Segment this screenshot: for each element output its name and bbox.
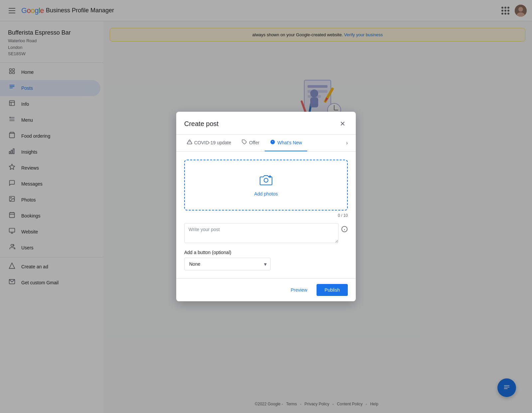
- svg-point-53: [264, 178, 268, 182]
- modal-header: Create post ✕: [176, 112, 356, 135]
- button-dropdown-wrap: None Book Order online Buy Learn more Si…: [184, 258, 271, 270]
- whats-new-tab-icon: [270, 139, 275, 146]
- tab-label-whats-new: What's New: [277, 140, 302, 145]
- modal-close-button[interactable]: ✕: [337, 118, 348, 129]
- tabs-chevron[interactable]: ›: [343, 135, 350, 151]
- tab-label-offer: Offer: [249, 140, 259, 145]
- covid-tab-icon: [187, 139, 192, 146]
- modal-footer: Preview Publish: [176, 278, 356, 301]
- modal-body: Add photos 0 / 10 Add a button (optional…: [176, 152, 356, 278]
- modal-title: Create post: [184, 120, 218, 128]
- post-input-row: [184, 223, 348, 243]
- tab-whats-new[interactable]: What's New: [265, 135, 307, 151]
- preview-button[interactable]: Preview: [285, 285, 313, 295]
- offer-tab-icon: [242, 139, 247, 146]
- tab-label-covid: COVID-19 update: [194, 140, 231, 145]
- button-dropdown[interactable]: None Book Order online Buy Learn more Si…: [184, 258, 271, 270]
- camera-plus-icon: [192, 174, 340, 189]
- tab-covid-update[interactable]: COVID-19 update: [182, 135, 236, 151]
- button-section-label: Add a button (optional): [184, 250, 348, 255]
- modal-tabs: COVID-19 update Offer What's New ›: [176, 135, 356, 152]
- photo-count: 0 / 10: [184, 213, 348, 218]
- photo-upload-area[interactable]: Add photos: [184, 160, 348, 210]
- post-textarea[interactable]: [184, 223, 338, 243]
- add-photos-label: Add photos: [192, 191, 340, 197]
- publish-button[interactable]: Publish: [317, 284, 348, 296]
- create-post-modal: Create post ✕ COVID-19 update Offer What…: [176, 112, 356, 301]
- post-info-icon[interactable]: [341, 226, 348, 234]
- tab-offer[interactable]: Offer: [236, 135, 265, 151]
